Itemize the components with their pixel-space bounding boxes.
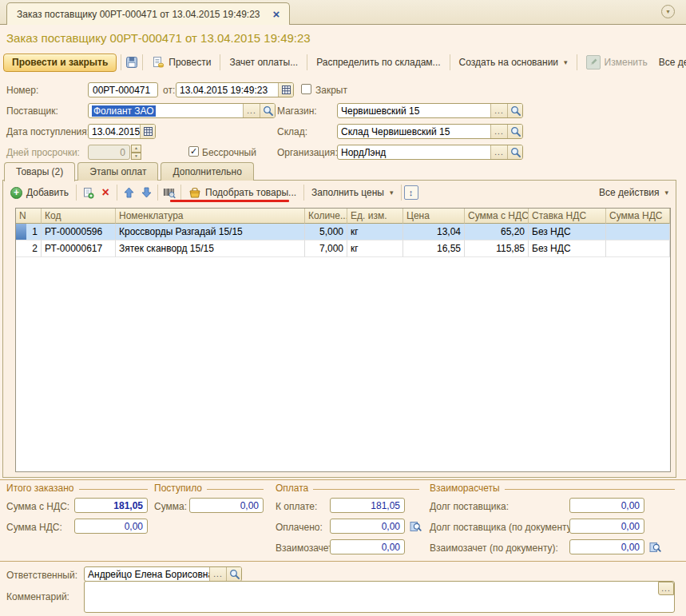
post-button[interactable]: Провести [147, 54, 216, 71]
store-select-button[interactable]: ... [490, 104, 507, 117]
cell-sum-vat[interactable]: 115,85 [465, 240, 529, 257]
cell-price[interactable]: 13,04 [403, 224, 465, 240]
termless-checkbox[interactable]: ✓ [188, 146, 199, 157]
chevron-down-icon: ▾ [390, 189, 394, 197]
tab-payment-stages[interactable]: Этапы оплат [77, 162, 158, 181]
cell-vat-sum[interactable] [606, 240, 670, 257]
tab-goods[interactable]: Товары (2) [4, 162, 75, 181]
paid-report-button[interactable] [410, 520, 422, 532]
column-header-n[interactable]: N [16, 209, 42, 224]
cell-vat-sum[interactable] [606, 224, 670, 240]
store-open-button[interactable] [507, 104, 522, 117]
organization-select-button[interactable]: ... [490, 145, 507, 159]
cell-vat-rate[interactable]: Без НДС [529, 224, 606, 240]
cell-code[interactable]: РТ-00000596 [42, 224, 116, 240]
column-header-nomenclature[interactable]: Номенклатура [116, 209, 305, 224]
comment-expand-button[interactable]: ... [658, 582, 674, 595]
document-tab[interactable]: Заказ поставщику 00РТ-000471 от 13.04.20… [6, 2, 290, 25]
column-header-sum-vat[interactable]: Сумма с НДС [465, 209, 529, 224]
save-button[interactable] [125, 54, 138, 71]
cell-sum-vat[interactable]: 65,20 [465, 224, 529, 240]
vat-sum-field[interactable]: 0,00 [74, 519, 148, 534]
close-tab-icon[interactable]: × [273, 8, 280, 20]
delete-row-button[interactable]: × [97, 184, 114, 201]
overdue-days-stepper[interactable]: ▲ ▼ [131, 145, 141, 160]
post-document-icon [152, 56, 165, 69]
offset-field[interactable]: 0,00 [330, 539, 405, 554]
cell-n[interactable]: 2 [16, 240, 42, 257]
toolbar-separator [117, 185, 117, 201]
spin-up-icon[interactable]: ▲ [131, 145, 141, 153]
supplier-select-button[interactable]: ... [243, 104, 260, 117]
cell-unit[interactable]: кг [347, 224, 403, 240]
payment-offset-button[interactable]: Зачет оплаты... [224, 54, 303, 70]
offset-doc-report-button[interactable] [649, 541, 662, 553]
edit-button[interactable]: Изменить [581, 53, 652, 72]
supplier-field[interactable]: Фолиант ЗАО ... [88, 103, 276, 118]
date-field[interactable]: 13.04.2015 19:49:23 [176, 82, 294, 97]
spin-down-icon[interactable]: ▼ [131, 153, 141, 161]
pick-goods-button[interactable]: Подобрать товары... [184, 185, 301, 201]
cell-quantity[interactable]: 7,000 [305, 240, 347, 257]
tab-list-button[interactable]: ▾ [661, 5, 675, 18]
cell-unit[interactable]: кг [347, 240, 403, 257]
create-based-on-button[interactable]: Создать на основании ▾ [454, 54, 573, 70]
column-header-price[interactable]: Цена [403, 209, 465, 224]
move-down-button[interactable] [137, 184, 155, 201]
copy-row-button[interactable] [79, 184, 97, 201]
paid-label: Оплачено: [276, 522, 323, 533]
overdue-days-field[interactable]: 0 [88, 145, 130, 160]
organization-open-button[interactable] [507, 145, 522, 159]
to-pay-field[interactable]: 181,05 [330, 498, 405, 513]
column-header-vat-rate[interactable]: Ставка НДС [529, 209, 606, 224]
cell-quantity[interactable]: 5,000 [305, 224, 347, 240]
responsible-select-button[interactable]: ... [209, 567, 226, 581]
closed-checkbox[interactable] [301, 84, 311, 94]
warehouse-open-button[interactable] [507, 125, 522, 138]
calendar-button[interactable] [278, 83, 293, 97]
tab-additional[interactable]: Дополнительно [161, 162, 253, 181]
all-actions-label: Все действия [659, 57, 686, 68]
supplier-open-button[interactable] [260, 104, 275, 117]
supplier-debt-field[interactable]: 0,00 [569, 498, 644, 513]
calendar-icon [144, 127, 153, 136]
offset-doc-field[interactable]: 0,00 [569, 539, 644, 554]
move-up-button[interactable] [120, 184, 137, 201]
calendar-button[interactable] [140, 125, 155, 138]
receipt-date-field[interactable]: 13.04.2015 [88, 124, 156, 139]
organization-field[interactable]: НордЛэнд ... [337, 145, 523, 160]
column-header-quantity[interactable]: Количе... [305, 209, 347, 224]
goods-all-actions-button[interactable]: Все действия ▾ [594, 185, 673, 201]
column-header-code[interactable]: Код [42, 209, 116, 224]
responsible-open-button[interactable] [226, 567, 241, 581]
warehouse-field[interactable]: Склад Червишевский 15 ... [337, 124, 523, 139]
fill-prices-button[interactable]: Заполнить цены ▾ [307, 185, 398, 201]
sum-with-vat-field[interactable]: 181,05 [74, 498, 148, 513]
number-field[interactable]: 00РТ-000471 [88, 82, 158, 97]
column-header-vat-sum[interactable]: Сумма НДС [606, 209, 670, 224]
cell-price[interactable]: 16,55 [403, 240, 465, 257]
responsible-field[interactable]: Андрейцо Елена Борисовна ... [84, 566, 242, 582]
supplier-debt-doc-field[interactable]: 0,00 [569, 519, 644, 534]
cell-nomenclature[interactable]: Зятек сканворд 15/15 [116, 240, 305, 257]
table-row[interactable]: 1 РТ-00000596 Кроссворды Разгадай 15/15 … [16, 224, 670, 240]
cell-n[interactable]: 1 [16, 224, 42, 240]
store-field[interactable]: Червишевский 15 ... [337, 103, 523, 118]
row-height-button[interactable]: ↕ [404, 185, 418, 200]
cell-vat-rate[interactable]: Без НДС [529, 240, 606, 257]
all-actions-button[interactable]: Все действия ▾ [654, 54, 686, 70]
paid-field[interactable]: 0,00 [330, 519, 405, 534]
column-header-unit[interactable]: Ед. изм. [347, 209, 403, 224]
settlements-group-label: Взаиморасчеты [430, 483, 500, 494]
cell-code[interactable]: РТ-00000617 [42, 240, 116, 257]
comment-field[interactable] [84, 581, 675, 613]
received-sum-field[interactable]: 0,00 [189, 498, 264, 513]
table-row[interactable]: 2 РТ-00000617 Зятек сканворд 15/15 7,000… [16, 240, 670, 257]
warehouse-select-button[interactable]: ... [490, 125, 507, 138]
cell-nomenclature[interactable]: Кроссворды Разгадай 15/15 [116, 224, 305, 240]
date-value: 13.04.2015 19:49:23 [176, 83, 278, 97]
barcode-scan-button[interactable] [161, 184, 178, 201]
add-row-button[interactable]: + Добавить [6, 185, 73, 201]
distribute-by-warehouses-button[interactable]: Распределить по складам... [311, 54, 445, 70]
post-and-close-button[interactable]: Провести и закрыть [3, 54, 117, 72]
